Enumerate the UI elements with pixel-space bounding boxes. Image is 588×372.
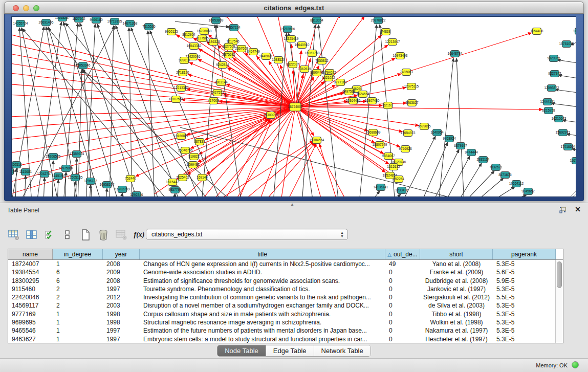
graph-node[interactable]: 850516: [12, 162, 22, 168]
graph-node[interactable]: 10719195: [107, 18, 122, 25]
graph-node[interactable]: 1621022: [322, 75, 335, 81]
graph-node[interactable]: 10975887: [59, 165, 74, 172]
graph-node[interactable]: 9958924: [443, 136, 456, 142]
close-panel-icon[interactable]: ✕: [575, 205, 581, 213]
graph-node[interactable]: 10553287: [55, 17, 70, 21]
graph-node[interactable]: 7515526: [142, 24, 156, 30]
float-panel-icon[interactable]: [559, 207, 567, 213]
column-chooser-icon[interactable]: [26, 229, 38, 241]
graph-node[interactable]: 7857224: [227, 25, 241, 31]
graph-node[interactable]: 8454749: [247, 49, 260, 55]
graph-node[interactable]: 8215958: [542, 107, 555, 114]
graph-node[interactable]: 1099483: [186, 162, 200, 168]
graph-node[interactable]: 9960125: [165, 29, 178, 35]
table-row[interactable]: 1872400712008Changes of HCN gene express…: [8, 260, 563, 268]
graph-node[interactable]: 16226058: [197, 28, 212, 35]
graph-node[interactable]: 16782759: [115, 186, 130, 193]
graph-node[interactable]: 15751074: [559, 41, 574, 48]
graph-node[interactable]: 1145194: [52, 173, 65, 180]
graph-node[interactable]: 16210643: [552, 116, 567, 122]
graph-node[interactable]: 8322037: [286, 61, 299, 68]
graph-node[interactable]: 6879197: [454, 143, 467, 149]
graph-node[interactable]: 9884067: [382, 153, 395, 160]
column-header-short[interactable]: short: [420, 249, 493, 259]
table-row[interactable]: 1456911722003Disruption of a novel membe…: [8, 301, 563, 310]
graph-node[interactable]: 1292346: [130, 192, 143, 198]
column-header-year[interactable]: year: [103, 249, 140, 259]
graph-node[interactable]: 3127508: [222, 43, 235, 50]
graph-node[interactable]: 9466160: [90, 17, 103, 24]
table-row[interactable]: 946362711997Embryonic stem cells: a mode…: [8, 335, 563, 343]
graph-node[interactable]: 1527602: [72, 17, 85, 23]
graph-node[interactable]: 14055724: [13, 20, 28, 27]
graph-node[interactable]: 252254: [393, 176, 404, 183]
graph-node[interactable]: 919822: [188, 154, 200, 160]
graph-node[interactable]: 14671368: [123, 20, 138, 27]
graph-node[interactable]: 1615447: [166, 179, 179, 186]
graph-node[interactable]: 2367608: [235, 46, 248, 52]
new-document-icon[interactable]: [79, 229, 92, 241]
graph-node[interactable]: 9242844: [216, 62, 229, 69]
graph-node[interactable]: 18724007: [288, 103, 303, 111]
delete-rows-trash-icon[interactable]: [97, 229, 110, 241]
graph-node[interactable]: 9446821: [259, 53, 273, 60]
table-row[interactable]: 946554611997Estimation of the future num…: [8, 326, 563, 335]
graph-node[interactable]: 20364486: [346, 98, 361, 104]
citation-network-graph[interactable]: 1405572420691406105532871527602946616010…: [12, 17, 576, 197]
graph-node[interactable]: 1117244: [573, 28, 576, 35]
column-header-out_de[interactable]: △out_de...: [385, 249, 420, 259]
graph-node[interactable]: 7632621: [489, 164, 503, 171]
graph-node[interactable]: 9245652: [521, 188, 535, 195]
graph-node[interactable]: 9857791: [168, 187, 182, 193]
graph-node[interactable]: 16053809: [209, 17, 224, 24]
graph-node[interactable]: 12975115: [404, 83, 419, 90]
table-row[interactable]: 977716911998Corpus callosum shape and si…: [8, 310, 563, 318]
table-row[interactable]: 969969511998Structural magnetic resonanc…: [8, 318, 563, 326]
table-settings-icon[interactable]: [8, 229, 20, 241]
graph-node[interactable]: 18807249: [373, 142, 387, 148]
graph-node[interactable]: 8813054: [310, 17, 323, 24]
select-all-rows-icon[interactable]: [43, 229, 56, 241]
delete-table-icon[interactable]: [115, 229, 127, 241]
graph-node[interactable]: 1615132: [387, 164, 400, 170]
graph-node[interactable]: 9756928: [399, 146, 412, 152]
column-header-pagerank[interactable]: pagerank: [493, 249, 556, 259]
graph-node[interactable]: 2718120: [176, 70, 189, 76]
graph-node[interactable]: 10807480: [365, 98, 380, 104]
graph-node[interactable]: 9463627: [405, 100, 419, 106]
graph-node[interactable]: 16961758: [305, 50, 320, 57]
graph-node[interactable]: 1167533: [570, 158, 576, 164]
graph-node[interactable]: 17654923: [401, 130, 416, 137]
graph-node[interactable]: 989016: [179, 57, 190, 64]
graph-node[interactable]: 8471676: [498, 172, 512, 179]
table-row[interactable]: 1938455462009Genome-wide association stu…: [8, 268, 563, 276]
table-scrollbar[interactable]: [555, 260, 563, 343]
graph-node[interactable]: 7485063: [400, 69, 413, 76]
graph-node[interactable]: 12505135: [68, 174, 83, 181]
table-selector-dropdown[interactable]: citations_edges.txt ▲▼: [146, 229, 348, 240]
network-nodes[interactable]: 1405572420691406105532871527602946616010…: [12, 17, 576, 197]
graph-node[interactable]: 16648784: [448, 51, 463, 57]
graph-node[interactable]: 9227342: [548, 71, 561, 77]
graph-node[interactable]: 1588520: [272, 57, 285, 63]
graph-node[interactable]: 12213967: [385, 39, 400, 46]
column-header-in_degree[interactable]: in_degree: [53, 249, 103, 259]
network-canvas[interactable]: 1405572420691406105532871527602946616010…: [11, 16, 576, 197]
graph-node[interactable]: 9777169: [334, 79, 347, 86]
window-titlebar[interactable]: citations_edges.txt: [4, 2, 584, 14]
graph-node[interactable]: 74838: [381, 29, 390, 35]
graph-node[interactable]: 7955812: [315, 58, 329, 64]
graph-node[interactable]: 1115681: [19, 169, 32, 176]
table-row[interactable]: 911546021997Tourette syndrome. Phenomeno…: [8, 285, 563, 293]
graph-node[interactable]: 1733426: [395, 187, 408, 194]
table-row[interactable]: 1830029562008Estimation of significance …: [8, 277, 563, 285]
tab-node-table[interactable]: Node Table: [217, 345, 266, 356]
graph-node[interactable]: 20691406: [39, 19, 54, 26]
graph-node[interactable]: 417008: [208, 98, 219, 104]
canvas-resize-grip[interactable]: [570, 191, 576, 197]
graph-node[interactable]: 20876822: [371, 17, 386, 24]
graph-node[interactable]: 9699695: [418, 123, 431, 130]
graph-node[interactable]: 20053346: [76, 62, 91, 69]
row-height-icon[interactable]: [61, 229, 74, 241]
graph-node[interactable]: 1624554: [356, 91, 369, 98]
